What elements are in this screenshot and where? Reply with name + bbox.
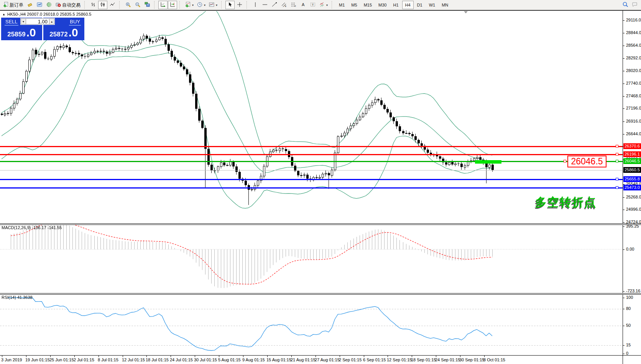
axis-label: 29116.0: [626, 18, 641, 22]
date-tick: [99, 356, 99, 357]
axis-tick: [623, 96, 625, 97]
date-tick: [171, 356, 171, 357]
volume-up-button[interactable]: ▲: [49, 18, 54, 25]
date-tick: [267, 356, 268, 357]
axis-tick: [623, 121, 625, 122]
date-label: 2 Sep 01:15: [339, 357, 362, 362]
date-axis[interactable]: 3 Jun 201919 Jun 01:1525 Jun 01:152 Jul …: [0, 356, 623, 364]
macd-rsi-separator[interactable]: [0, 293, 641, 295]
date-tick: [340, 356, 340, 357]
axis-tick: [623, 326, 625, 326]
main-macd-separator[interactable]: [0, 223, 641, 225]
highlight-zone-rect[interactable]: [475, 160, 501, 164]
date-tick: [2, 356, 2, 357]
price-badge: 26046.5: [623, 158, 641, 164]
date-tick: [74, 356, 75, 357]
horizontal-line-26046.5[interactable]: [0, 161, 623, 162]
horizontal-line-25655.8[interactable]: [0, 179, 623, 180]
axis-label: 0.00: [626, 247, 634, 251]
axis-tick: [623, 71, 625, 71]
rsi-label: RSI(14) 41.3638: [2, 295, 33, 300]
sell-label: SELL: [5, 19, 18, 26]
date-label: 8 Oct 01:15: [483, 357, 505, 362]
price-axis[interactable]: 29116.028844.028564.028292.028020.027740…: [623, 11, 641, 364]
date-label: 2 Jul 01:15: [74, 357, 94, 362]
one-click-trade-panel: SELL 25859.0 BUY 25872.0 ▼ ▲: [1, 18, 84, 40]
line-handle[interactable]: [616, 145, 618, 148]
line-handle[interactable]: [616, 160, 618, 162]
price-badge: 26370.6: [623, 143, 641, 149]
date-label: 30 Sep 01:15: [459, 357, 484, 362]
axis-label: 28020.0: [626, 68, 641, 73]
axis-label: -723.16: [626, 289, 640, 293]
date-label: 6 Sep 01:15: [363, 357, 386, 362]
date-label: 18 Jul 01:15: [146, 357, 169, 362]
date-tick: [50, 356, 51, 357]
date-label: 30 Jul 01:15: [194, 357, 217, 362]
date-label: 21 Aug 01:15: [291, 357, 316, 362]
chart-area[interactable]: [0, 11, 623, 356]
axis-tick: [623, 20, 625, 21]
price-annotation-box[interactable]: 26046.5: [567, 156, 606, 167]
price-badge: 26196.1: [623, 151, 641, 157]
date-label: 12 Sep 01:15: [387, 357, 412, 362]
axis-tick: [623, 354, 625, 354]
mt4-window: 新订单自动交易▾▾▾EFAT▾M1M5M15M30H1H4D1W1MN ▲ HK…: [0, 0, 641, 364]
axis-tick: [623, 33, 625, 33]
axis-label: 26644.0: [626, 131, 641, 136]
price-annotation-handle[interactable]: [564, 160, 566, 162]
axis-tick: [623, 226, 625, 227]
axis-tick: [623, 222, 625, 223]
date-label: 27 Aug 01:15: [315, 357, 340, 362]
line-handle[interactable]: [616, 186, 618, 189]
axis-label: 15: [626, 343, 631, 347]
date-label: 5 Aug 01:15: [218, 357, 241, 362]
date-label: 15 Aug 01:15: [266, 357, 291, 362]
axis-label: 26916.0: [626, 119, 641, 123]
axis-label: 28844.0: [626, 30, 641, 35]
axis-tick: [623, 46, 625, 46]
date-label: 12 Jul 01:15: [122, 357, 145, 362]
macd-label: MACD(12,26,9) -136.17 -141.55: [2, 225, 62, 230]
axis-tick: [623, 298, 625, 298]
date-tick: [26, 356, 26, 357]
collapse-trade-panel-icon[interactable]: ▲: [2, 13, 5, 16]
axis-tick: [623, 210, 625, 210]
axis-label: 50: [626, 323, 631, 328]
date-tick: [364, 356, 364, 357]
sell-price: 25859.0: [1, 26, 42, 39]
turning-point-annotation[interactable]: 多空转折点: [535, 195, 597, 210]
line-handle[interactable]: [616, 178, 618, 180]
axis-tick: [623, 197, 625, 198]
horizontal-line-26196.1[interactable]: [0, 154, 623, 155]
price-badge: 25860.5: [623, 167, 641, 173]
date-label: 25 Jun 01:15: [49, 357, 74, 362]
volume-input[interactable]: [26, 18, 49, 25]
axis-label: 27468.0: [626, 93, 641, 98]
date-tick: [484, 356, 485, 357]
axis-label: 100: [626, 295, 633, 300]
date-tick: [388, 356, 388, 357]
line-handle[interactable]: [616, 153, 618, 156]
date-label: 9 Aug 01:15: [242, 357, 265, 362]
date-label: 24 Jul 01:15: [170, 357, 193, 362]
horizontal-line-26370.6[interactable]: [0, 146, 623, 147]
horizontal-line-25473.0[interactable]: [0, 187, 623, 189]
axis-label: 80: [626, 306, 631, 311]
volume-stepper: ▼ ▲: [20, 18, 55, 25]
chart-bottom-border: [0, 355, 641, 356]
axis-label: 27196.0: [626, 106, 641, 110]
axis-tick: [623, 291, 625, 292]
axis-tick: [623, 134, 625, 134]
axis-label: 28292.0: [626, 56, 641, 60]
axis-tick: [623, 58, 625, 59]
volume-down-button[interactable]: ▼: [21, 18, 26, 25]
date-tick: [123, 356, 123, 357]
axis-label: 27740.0: [626, 81, 641, 85]
price-badge: 25655.8: [623, 176, 641, 182]
date-label: 3 Jun 2019: [1, 357, 22, 362]
date-label: 8 Jul 01:15: [98, 357, 118, 362]
axis-label: 28564.0: [626, 43, 641, 48]
axis-tick: [623, 84, 625, 84]
date-tick: [146, 356, 147, 357]
